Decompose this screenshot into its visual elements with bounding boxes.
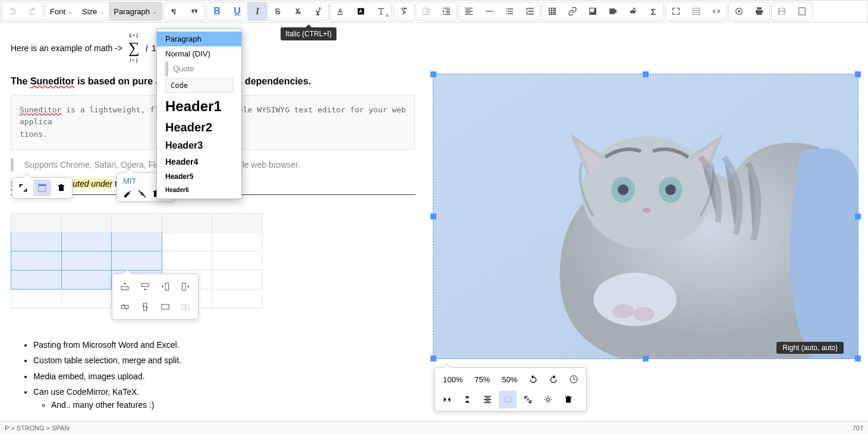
math-formula: k+1 ∑ i=1 [128, 31, 140, 65]
insert-row-below-icon[interactable] [136, 278, 154, 295]
fixed-column-icon[interactable] [33, 180, 51, 196]
resize-75-button[interactable]: 75% [470, 373, 495, 386]
math-button[interactable]: Σ [643, 2, 663, 20]
preview-button[interactable] [729, 2, 749, 20]
table-header-popup [12, 177, 73, 199]
font-color-button[interactable] [331, 2, 351, 20]
svg-rect-4 [693, 12, 700, 14]
expand-icon[interactable] [14, 180, 32, 196]
list-button[interactable] [499, 2, 520, 20]
revert-icon[interactable] [519, 391, 537, 408]
delete-col-icon[interactable] [136, 298, 154, 316]
size-dropdown[interactable]: Size ⌄ [77, 2, 109, 20]
fullscreen-button[interactable] [666, 2, 686, 20]
resize-100-button[interactable]: 100% [438, 373, 467, 386]
svg-point-6 [738, 10, 740, 12]
svg-rect-2 [486, 11, 493, 11]
bold-button[interactable]: B [207, 2, 227, 20]
subscript-button[interactable] [288, 2, 308, 20]
format-code[interactable]: Code [165, 78, 233, 93]
italic-button[interactable]: I [247, 2, 268, 20]
table-cell-popup [112, 273, 199, 320]
print-button[interactable] [749, 2, 769, 20]
format-h2[interactable]: Header2 [157, 118, 241, 137]
insert-col-left-icon[interactable] [156, 278, 174, 295]
mirror-v-icon[interactable] [458, 391, 476, 408]
format-normal-div[interactable]: Normal (DIV) [157, 46, 241, 61]
superscript-button[interactable] [308, 2, 328, 20]
format-h4[interactable]: Header4 [157, 154, 241, 169]
delete-image-icon[interactable] [559, 391, 577, 408]
svg-rect-13 [183, 283, 185, 290]
resize-handle[interactable] [855, 213, 861, 219]
format-dropdown[interactable]: Paragraph⌄ [109, 2, 162, 20]
caption-icon[interactable] [565, 370, 583, 388]
font-dropdown[interactable]: Font ⌄ [45, 2, 77, 20]
svg-rect-0 [338, 14, 343, 15]
indent-button[interactable] [436, 2, 457, 20]
svg-rect-28 [433, 74, 858, 358]
format-h5[interactable]: Header5 [157, 169, 241, 184]
resize-handle[interactable] [643, 356, 649, 361]
mirror-h-icon[interactable] [438, 391, 456, 408]
edit-image-icon[interactable] [539, 391, 557, 408]
insert-row-above-icon[interactable] [116, 278, 134, 295]
image-toolbar: 100% 75% 50% [434, 367, 587, 411]
table-button[interactable] [542, 2, 562, 20]
element-path[interactable]: P > STRONG > SPAN [5, 424, 69, 432]
unlink-icon[interactable] [137, 189, 147, 199]
format-menu: Paragraph Normal (DIV) Quote Code Header… [156, 29, 242, 199]
highlight-color-button[interactable] [351, 2, 371, 20]
format-h1[interactable]: Header1 [157, 95, 241, 118]
code-view-button[interactable] [706, 2, 727, 20]
line-height-button[interactable] [520, 2, 540, 20]
format-quote[interactable]: Quote [165, 61, 241, 76]
svg-rect-11 [141, 284, 149, 287]
resize-handle[interactable] [855, 356, 861, 361]
svg-rect-10 [121, 287, 128, 290]
insert-col-right-icon[interactable] [177, 278, 194, 295]
merge-cells-icon[interactable] [156, 298, 174, 316]
template-button[interactable] [792, 2, 812, 20]
svg-rect-3 [693, 8, 700, 11]
delete-icon[interactable] [52, 180, 70, 196]
toolbar: Font ⌄ Size ⌄ Paragraph⌄ B U I S ✕ [0, 0, 868, 23]
rotate-right-icon[interactable] [545, 370, 562, 388]
audio-button[interactable] [623, 2, 643, 20]
rotate-left-icon[interactable] [524, 370, 542, 388]
undo-button[interactable] [2, 2, 23, 20]
resize-50-button[interactable]: 50% [497, 373, 522, 386]
align-button[interactable] [459, 2, 479, 20]
resize-handle[interactable] [430, 213, 436, 219]
format-paragraph[interactable]: Paragraph [157, 32, 241, 46]
italic-tooltip: Italic (CTRL+I) [281, 27, 336, 40]
redo-button[interactable] [23, 2, 43, 20]
horizontal-rule-button[interactable] [479, 2, 499, 20]
resize-handle[interactable] [430, 356, 436, 361]
remove-format-button[interactable] [394, 2, 414, 20]
image-button[interactable] [583, 2, 603, 20]
float-image-icon[interactable] [499, 391, 517, 408]
link-button[interactable] [562, 2, 583, 20]
text-style-button[interactable]: ✕ [371, 2, 391, 20]
split-cells-icon[interactable] [177, 298, 194, 316]
format-h6[interactable]: Header6 [157, 184, 241, 196]
video-button[interactable] [603, 2, 623, 20]
blockquote-button[interactable] [184, 2, 205, 20]
svg-rect-30 [505, 397, 511, 402]
outdent-button[interactable] [416, 2, 436, 20]
align-image-icon[interactable] [479, 391, 496, 408]
resize-handle[interactable] [430, 71, 436, 77]
svg-rect-16 [162, 304, 169, 309]
paragraph-style-button[interactable] [164, 2, 184, 20]
show-blocks-button[interactable] [686, 2, 706, 20]
strike-button[interactable]: S [268, 2, 288, 20]
resize-handle[interactable] [855, 71, 861, 77]
delete-row-icon[interactable] [116, 298, 134, 316]
format-h3[interactable]: Header3 [157, 137, 241, 154]
save-button[interactable] [772, 2, 792, 20]
resize-handle[interactable] [643, 71, 649, 77]
selected-image[interactable]: Right (auto, auto) [433, 74, 858, 359]
underline-button[interactable]: U [227, 2, 247, 20]
edit-icon[interactable] [123, 189, 133, 199]
